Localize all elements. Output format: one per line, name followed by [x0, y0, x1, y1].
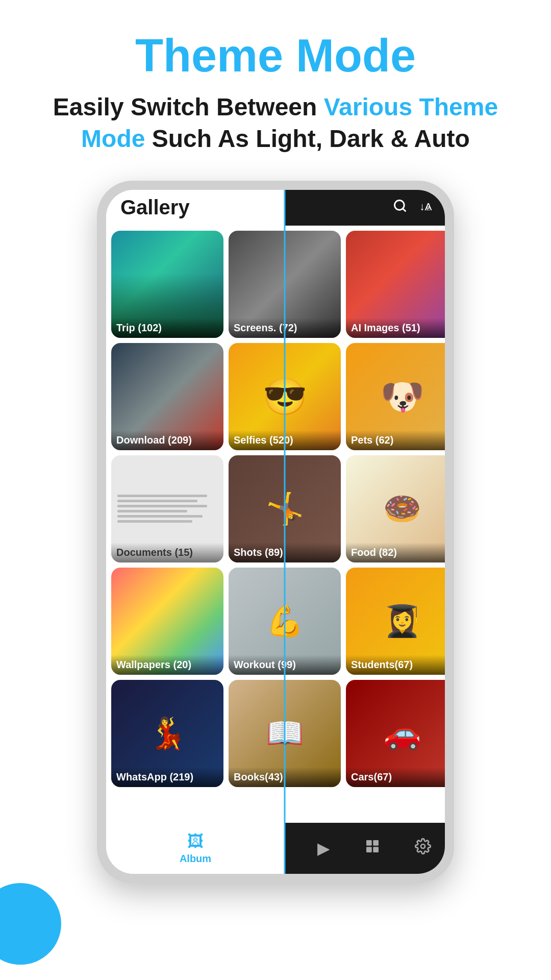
album-label-wallpapers: Wallpapers (20) — [111, 655, 223, 675]
album-label-students: Students(67) — [346, 655, 445, 675]
screen-content: Gallery ↓AZ — [106, 190, 445, 874]
svg-rect-7 — [366, 840, 372, 846]
album-label-download: Download (209) — [111, 430, 223, 450]
album-label-cars: Cars(67) — [346, 767, 445, 787]
album-label-ai: AI Images (51) — [346, 318, 445, 338]
page-title: Theme Mode — [31, 31, 520, 81]
svg-rect-10 — [373, 847, 379, 852]
album-label-documents: Documents (15) — [111, 543, 223, 562]
album-trip[interactable]: Trip (102) — [111, 231, 223, 338]
album-nav-icon: 🖼 — [187, 832, 204, 851]
album-label-food: Food (82) — [346, 543, 445, 562]
subtitle-text-2: Such As Light, Dark & Auto — [145, 125, 469, 152]
albums-grid: Trip (102) Screens. (72) AI Images (51) … — [106, 190, 445, 792]
album-documents[interactable]: Documents (15) — [111, 455, 223, 562]
album-download[interactable]: Download (209) — [111, 343, 223, 450]
svg-rect-8 — [373, 840, 379, 846]
nav-album-label: Album — [180, 853, 211, 865]
album-food[interactable]: 🍩 Food (82) — [346, 455, 445, 562]
nav-album-tab[interactable]: 🖼 Album — [106, 823, 285, 874]
phone-wrapper: Gallery ↓AZ — [0, 170, 551, 914]
phone-mockup: Gallery ↓AZ — [97, 181, 454, 883]
album-whatsapp[interactable]: 💃 WhatsApp (219) — [111, 680, 223, 787]
album-label-pets: Pets (62) — [346, 430, 445, 450]
split-line — [284, 190, 286, 874]
sort-icon[interactable]: ↓AZ — [419, 199, 434, 216]
topbar-light: Gallery — [106, 190, 285, 226]
album-cars[interactable]: 🚗 Cars(67) — [346, 680, 445, 787]
album-pets[interactable]: 🐶 Pets (62) — [346, 343, 445, 450]
nav-gallery-icon[interactable] — [364, 838, 381, 859]
album-ai[interactable]: AI Images (51) — [346, 231, 445, 338]
album-label-whatsapp: WhatsApp (219) — [111, 767, 223, 787]
subtitle-text-1: Easily Switch Between — [53, 93, 324, 120]
search-icon[interactable] — [393, 199, 407, 216]
header-section: Theme Mode Easily Switch Between Various… — [0, 0, 551, 170]
svg-rect-9 — [366, 847, 372, 852]
page-subtitle: Easily Switch Between Various Theme Mode… — [31, 91, 520, 155]
topbar-dark: ↓AZ — [285, 190, 445, 226]
svg-point-11 — [421, 844, 425, 848]
gallery-title: Gallery — [120, 196, 190, 219]
album-label-trip: Trip (102) — [111, 318, 223, 338]
phone-screen: Gallery ↓AZ — [106, 190, 445, 874]
bottom-nav: 🖼 Album ▶ — [106, 823, 445, 874]
nav-dark-side: ▶ — [285, 823, 445, 874]
album-students[interactable]: 👩‍🎓 Students(67) — [346, 568, 445, 675]
nav-play-icon[interactable]: ▶ — [317, 839, 330, 858]
svg-text:Z: Z — [427, 205, 430, 212]
svg-line-1 — [403, 209, 405, 211]
nav-settings-icon[interactable] — [415, 838, 431, 859]
album-wallpapers[interactable]: Wallpapers (20) — [111, 568, 223, 675]
